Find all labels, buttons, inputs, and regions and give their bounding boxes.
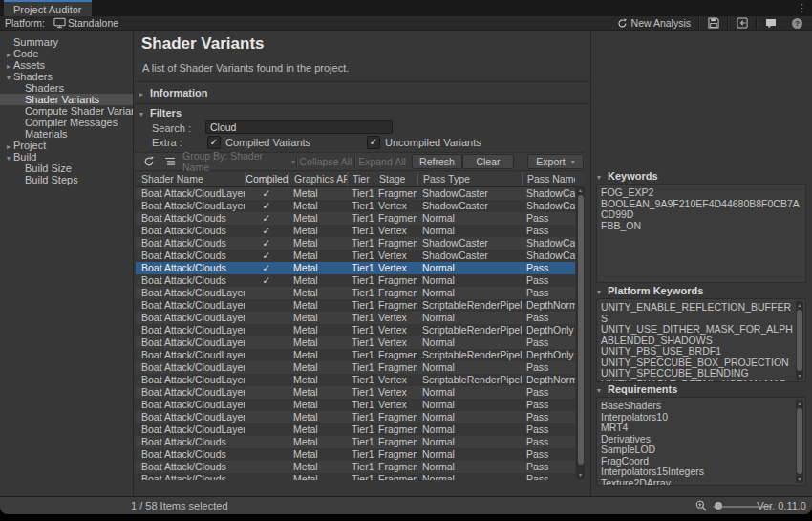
table-row[interactable]: Boat Attack/Clouds✓MetalTier1FragmentNor… bbox=[136, 274, 575, 287]
table-row[interactable]: Boat Attack/CloudsMetalTier1FragmentNorm… bbox=[136, 461, 575, 473]
requirement-item[interactable]: BaseShaders bbox=[601, 401, 794, 412]
keyword-item[interactable]: UNITY_ENABLE_REFLECTION_BUFFERS bbox=[601, 302, 794, 324]
kebab-menu-icon[interactable]: ⋮ bbox=[797, 1, 807, 14]
checkbox[interactable]: ✓ bbox=[367, 136, 380, 149]
table-row[interactable]: Boat Attack/CloudLayer✓MetalTier1Fragmen… bbox=[136, 187, 575, 200]
sidebar-item[interactable]: ▸Assets bbox=[0, 59, 133, 71]
table-row[interactable]: Boat Attack/CloudLayerMetalTier1VertexSc… bbox=[136, 324, 575, 336]
slider-handle[interactable] bbox=[715, 502, 722, 510]
table-row[interactable]: Boat Attack/CloudLayerMetalTier1VertexNo… bbox=[136, 399, 575, 411]
scroll-down-icon[interactable]: ▾ bbox=[576, 471, 585, 479]
platform-value[interactable]: Standalone bbox=[68, 17, 118, 29]
sidebar-item[interactable]: Shaders bbox=[0, 82, 133, 94]
refresh-button[interactable]: Refresh bbox=[412, 154, 462, 169]
section-scrollbar[interactable]: ▴ ▾ bbox=[796, 301, 803, 380]
tree-arrow-icon[interactable]: ▸ bbox=[4, 50, 13, 59]
sidebar-item[interactable]: ▸Code bbox=[0, 48, 133, 59]
column-header-tier[interactable]: Tier bbox=[347, 172, 374, 186]
table-row[interactable]: Boat Attack/CloudsMetalTier1FragmentNorm… bbox=[136, 436, 575, 448]
help-button[interactable]: ? bbox=[784, 16, 810, 30]
expand-all-button[interactable]: Expand All bbox=[356, 153, 408, 170]
table-row[interactable]: Boat Attack/CloudLayerMetalTier1Fragment… bbox=[136, 349, 575, 361]
table-row[interactable]: Boat Attack/CloudLayerMetalTier1VertexNo… bbox=[136, 386, 575, 399]
keyword-item[interactable]: UNITY_ENABLE_DETAIL_NORMALMAP bbox=[601, 380, 794, 383]
tree-arrow-icon[interactable]: ▸ bbox=[4, 61, 13, 71]
platform-keywords-foldout[interactable]: ▾Platform Keywords bbox=[597, 285, 703, 296]
column-header-shader-name[interactable]: Shader Name bbox=[136, 172, 245, 186]
requirement-item[interactable]: Texture2DArray bbox=[601, 478, 794, 487]
new-analysis-button[interactable]: New Analysis bbox=[609, 16, 698, 30]
sidebar-item[interactable]: ▸Project bbox=[0, 140, 133, 151]
scrollbar-thumb[interactable] bbox=[797, 310, 802, 371]
table-row[interactable]: Boat Attack/CloudLayerMetalTier1Fragment… bbox=[136, 423, 575, 436]
keyword-item[interactable]: UNITY_PBS_USE_BRDF1 bbox=[601, 346, 794, 358]
requirement-item[interactable]: MRT4 bbox=[601, 423, 794, 434]
column-header-compiled[interactable]: ▴Compiled bbox=[245, 172, 288, 186]
requirement-item[interactable]: SampleLOD bbox=[601, 445, 794, 456]
scroll-up-icon[interactable]: ▴ bbox=[796, 400, 803, 407]
table-row[interactable]: Boat Attack/Clouds✓MetalTier1VertexNorma… bbox=[136, 262, 575, 274]
table-row[interactable]: Boat Attack/CloudLayerMetalTier1Fragment… bbox=[136, 287, 575, 299]
keyword-item[interactable]: BOOLEAN_9A9F210EF4D44680B8F0CB7ACD99D bbox=[601, 199, 803, 221]
vertical-scrollbar[interactable]: ▴ ▾ bbox=[576, 186, 585, 479]
feedback-button[interactable] bbox=[758, 16, 784, 30]
table-row[interactable]: Boat Attack/CloudsMetalTier1FragmentNorm… bbox=[136, 473, 575, 480]
checkbox-option[interactable]: ✓ Compiled Variants bbox=[207, 136, 310, 149]
keyword-item[interactable]: FBB_ON bbox=[601, 221, 803, 232]
tree-arrow-icon[interactable]: ▾ bbox=[4, 153, 13, 163]
save-button[interactable] bbox=[700, 16, 727, 30]
table-row[interactable]: Boat Attack/CloudLayerMetalTier1VertexNo… bbox=[136, 312, 575, 324]
column-header-graphics-api[interactable]: Graphics API bbox=[288, 172, 347, 186]
sidebar-item[interactable]: Summary bbox=[0, 36, 133, 48]
scroll-down-icon[interactable]: ▾ bbox=[796, 372, 803, 380]
zoom-icon[interactable] bbox=[695, 500, 707, 511]
group-by-dropdown[interactable]: Group By: Shader Name ▾ bbox=[182, 153, 295, 170]
table-row[interactable]: Boat Attack/Clouds✓MetalTier1VertexShado… bbox=[136, 250, 575, 262]
checkbox[interactable]: ✓ bbox=[207, 136, 221, 149]
sidebar-item[interactable]: ▾Build bbox=[0, 151, 133, 163]
requirement-item[interactable]: Interpolators15Integers bbox=[601, 467, 794, 478]
tree-arrow-icon[interactable]: ▸ bbox=[4, 141, 13, 151]
column-header-pass-name[interactable]: Pass Name bbox=[522, 172, 575, 186]
tab-project-auditor[interactable]: Project Auditor bbox=[4, 0, 92, 16]
table-row[interactable]: Boat Attack/Clouds✓MetalTier1FragmentNor… bbox=[136, 212, 575, 225]
checkbox-option[interactable]: ✓ Uncompiled Variants bbox=[367, 136, 481, 149]
tree-arrow-icon[interactable]: ▾ bbox=[4, 73, 13, 82]
load-button[interactable] bbox=[729, 16, 756, 30]
export-dropdown-button[interactable]: Export ▾ bbox=[527, 154, 584, 169]
scroll-down-icon[interactable]: ▾ bbox=[796, 475, 803, 483]
view-options-icon-button[interactable] bbox=[161, 153, 179, 170]
table-row[interactable]: Boat Attack/CloudLayerMetalTier1VertexNo… bbox=[136, 336, 575, 349]
scroll-up-icon[interactable]: ▴ bbox=[576, 186, 585, 194]
sidebar-item[interactable]: Compiler Messages bbox=[0, 117, 133, 128]
table-row[interactable]: Boat Attack/Clouds✓MetalTier1FragmentSha… bbox=[136, 237, 575, 250]
table-row[interactable]: Boat Attack/CloudLayerMetalTier1Fragment… bbox=[136, 411, 575, 423]
table-row[interactable]: Boat Attack/Clouds✓MetalTier1VertexNorma… bbox=[136, 225, 575, 237]
column-header-pass-type[interactable]: Pass Type bbox=[417, 172, 522, 186]
filters-foldout[interactable]: ▾Filters bbox=[139, 107, 594, 119]
sidebar-item[interactable]: ▾Shaders bbox=[0, 71, 133, 82]
table-row[interactable]: Boat Attack/CloudLayerMetalTier1Fragment… bbox=[136, 299, 575, 312]
keyword-item[interactable]: UNITY_SPECCUBE_BLENDING bbox=[601, 368, 794, 380]
sidebar-item[interactable]: Materials bbox=[0, 128, 133, 140]
clear-button[interactable]: Clear bbox=[462, 154, 514, 169]
column-header-stage[interactable]: Stage bbox=[374, 172, 417, 186]
table-row[interactable]: Boat Attack/CloudsMetalTier1FragmentNorm… bbox=[136, 448, 575, 461]
table-row[interactable]: Boat Attack/CloudLayerMetalTier1VertexSc… bbox=[136, 374, 575, 386]
section-scrollbar[interactable]: ▴ ▾ bbox=[796, 400, 803, 483]
scrollbar-thumb[interactable] bbox=[578, 195, 584, 465]
scroll-up-icon[interactable]: ▴ bbox=[796, 301, 803, 309]
sidebar-item[interactable]: Build Size bbox=[0, 163, 133, 174]
keywords-foldout[interactable]: ▾Keywords bbox=[597, 170, 658, 182]
table-row[interactable]: Boat Attack/CloudLayerMetalTier1Fragment… bbox=[136, 361, 575, 374]
scrollbar-thumb[interactable] bbox=[797, 408, 802, 474]
requirement-item[interactable]: Interpolators10 bbox=[601, 412, 794, 423]
requirements-foldout[interactable]: ▾Requirements bbox=[597, 383, 677, 395]
information-foldout[interactable]: ▸Information bbox=[139, 87, 594, 98]
sidebar-item[interactable]: Compute Shader Variants bbox=[0, 105, 133, 117]
search-input[interactable] bbox=[205, 120, 393, 134]
keyword-item[interactable]: FOG_EXP2 bbox=[601, 187, 803, 199]
refresh-icon-button[interactable] bbox=[139, 153, 160, 170]
sidebar-item[interactable]: Shader Variants bbox=[0, 94, 133, 105]
collapse-all-button[interactable]: Collapse All bbox=[298, 153, 353, 170]
